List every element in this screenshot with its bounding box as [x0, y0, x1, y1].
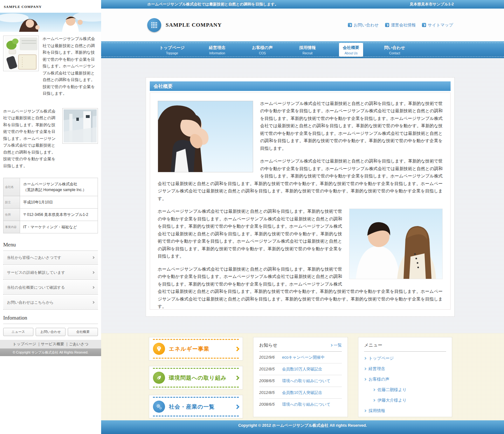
bottom-menu-list: トップページ 経営理念 お客様の声: [364, 353, 446, 417]
chevron-right-icon: [235, 404, 240, 409]
sidebar-menu-item[interactable]: お問い合わせはこちらから: [3, 296, 98, 310]
news-link[interactable]: 会員数10万人突破記念: [282, 390, 322, 396]
arrow-square-icon: [422, 23, 426, 27]
news-more-link[interactable]: 一覧: [330, 342, 342, 348]
sidebar-about-text-1: ホームページサンプル株式会社では最新技術と自然との調和を目指します。革新的な技術…: [43, 36, 98, 97]
lobby-photo: [62, 108, 98, 144]
news-date: 2012/8/5: [259, 367, 279, 371]
sidebar-logo-text: SAMPLE COMPANY: [0, 0, 101, 13]
topbar: ホームページサンプル株式会社では最新技術と自然との調和を目指します。 見本県見本…: [101, 0, 504, 9]
sidebar-menu: 当社から皆様へごあいさつです サービスの詳細を解説しています 当社の会社概要につ…: [3, 251, 98, 310]
page: SAMPLE COMPANY: [0, 0, 504, 434]
sidebar-footer-links[interactable]: トップページ ｜サービス概要 ｜ごあいさつ: [0, 340, 101, 348]
site-footer: Copyright © 2012 ホームページサンプル株式会社 All righ…: [101, 420, 504, 434]
sidebar-menu-item[interactable]: 当社の会社概要について確認する: [3, 281, 98, 295]
main-nav: トップページ Toppage 経営理念 Information お客様の声 CO…: [101, 41, 504, 58]
company-info-row: 会社名 ホームページサンプル株式会社 （英語表記 Homepage sample…: [3, 178, 98, 196]
bottom-menu-item[interactable]: トップページ: [364, 353, 446, 363]
chevron-right-icon: [235, 375, 240, 380]
sidebar-about-block-1: ホームページサンプル株式会社では最新技術と自然との調和を目指します。革新的な技術…: [3, 36, 98, 97]
chevron-right-icon: [92, 286, 94, 288]
sidebar-info-title: Infomation: [3, 315, 98, 324]
bottom-menu-item[interactable]: お客様の声: [364, 374, 446, 384]
banner-energy[interactable]: エネルギー事業: [149, 337, 243, 361]
company-info-label: 設立: [3, 196, 20, 209]
nav-item[interactable]: 会社概要 About Us: [339, 43, 363, 57]
chevron-right-icon: [235, 346, 240, 351]
nav-item[interactable]: 採用情報 Recruit: [285, 43, 330, 57]
site-header: SAMPLE COMPANY お問い合わせ 運営会社情報: [101, 9, 504, 41]
banner-social[interactable]: 社会・産業の一覧: [149, 395, 243, 418]
banner-label: 社会・産業の一覧: [169, 403, 215, 410]
footer-copyright: Copyright © 2012 ホームページサンプル株式会社 All righ…: [238, 423, 367, 428]
sidebar-hero-photo: [0, 13, 101, 32]
news-date: 2012/9/6: [259, 355, 279, 360]
news-link[interactable]: 会員数10万人突破記念: [282, 367, 322, 372]
topbar-address: 見本県見本市サンプル1-2: [410, 2, 454, 7]
gear-icon: [153, 401, 165, 413]
news-link[interactable]: ecoキャンペーン開催中: [282, 355, 325, 360]
header-link[interactable]: 運営会社情報: [385, 22, 416, 28]
bottom-menu-item[interactable]: 佐藤二朗様より: [373, 384, 446, 395]
arrow-right-icon: [364, 378, 366, 380]
news-item: 2008/6/5 環境への取り組みについて: [259, 375, 342, 387]
sidebar-menu-title: Menu: [3, 242, 98, 251]
news-link[interactable]: 環境への取り組みについて: [282, 378, 330, 384]
menu-column: メニュー トップページ 経営理念: [358, 337, 452, 420]
arrow-right-icon: [373, 399, 375, 401]
bottom-menu-item[interactable]: 経営理念: [364, 363, 446, 374]
news-item: 2008/6/5 環境への取り組みについて: [259, 399, 342, 410]
nav-item[interactable]: トップページ Toppage: [149, 43, 195, 57]
woman-whispering-photo: [158, 101, 253, 172]
header-logo-text: SAMPLE COMPANY: [166, 22, 222, 28]
header-link[interactable]: お問い合わせ: [348, 22, 379, 28]
content-panel: 会社概要: [146, 77, 455, 317]
nav-item[interactable]: お客様の声 COS: [240, 43, 285, 57]
chevron-right-icon: [92, 256, 94, 258]
banner-environment[interactable]: 環境問題への取り組み: [149, 366, 243, 389]
arrow-right-icon: [364, 409, 366, 412]
info-button[interactable]: ニュース: [3, 328, 33, 336]
nav-item[interactable]: 経営理念 Information: [195, 43, 240, 57]
news-link[interactable]: 環境への取り組みについて: [282, 402, 330, 407]
sidebar-menu-item[interactable]: 当社から皆様へごあいさつです: [3, 251, 98, 265]
banner-label: 環境問題への取り組み: [169, 374, 227, 382]
sidebar-about-block-2: ホームページサンプル株式会社では最新技術と自然との調和を目指します。革新的な技術…: [3, 108, 98, 170]
leaf-icon: [153, 372, 165, 384]
bottom-menu-item[interactable]: 採用情報: [364, 405, 446, 416]
company-info-row: 設立 平成10年1月10日: [3, 196, 98, 209]
news-list: 2012/9/6 ecoキャンペーン開催中 2012/8/5 会員数10万人突破…: [259, 352, 342, 410]
info-button[interactable]: 会社概要: [68, 328, 98, 336]
sidebar: SAMPLE COMPANY: [0, 0, 101, 434]
company-info-value: 〒012-3456 見本県見本市サンプル1-2: [20, 209, 98, 221]
news-column: お知らせ 一覧 2012/9/6 ecoキャンペーン開催中: [253, 337, 348, 420]
header-link[interactable]: サイトマップ: [422, 22, 453, 28]
company-info-label: 事業内容: [3, 221, 20, 233]
brand: SAMPLE COMPANY: [147, 18, 222, 32]
bottom-menu-item[interactable]: 伊藤大介様より: [373, 395, 446, 405]
arrow-right-icon: [364, 357, 366, 359]
bottom-menu-item[interactable]: 2010年度採用情報: [373, 416, 446, 417]
info-button[interactable]: お問い合わせ: [36, 328, 66, 336]
lightbulb-icon: [153, 343, 165, 355]
page-body: ホームページサンプル株式会社では最新技術と自然との調和を目指します。革新的な技術…: [150, 93, 451, 310]
news-item: 2012/8/5 会員数10万人突破記念: [259, 387, 342, 399]
topbar-tagline: ホームページサンプル株式会社では最新技術と自然との調和を目指します。: [147, 2, 279, 7]
arrow-square-icon: [385, 23, 389, 27]
nav-item[interactable]: 問い合わせ Contact: [372, 43, 417, 57]
arrow-right-icon: [373, 388, 375, 391]
news-date: 2008/6/5: [259, 402, 279, 407]
bottom-menu-title: メニュー: [364, 342, 382, 348]
company-info-value: 平成10年1月10日: [20, 196, 98, 209]
sidebar-menu-item[interactable]: サービスの詳細を解説しています: [3, 266, 98, 280]
banner-label: エネルギー事業: [169, 345, 210, 353]
news-item: 2012/9/6 ecoキャンペーン開催中: [259, 352, 342, 363]
arrow-square-icon: [348, 23, 352, 27]
sidebar-company-info-table: 会社名 ホームページサンプル株式会社 （英語表記 Homepage sample…: [3, 178, 98, 233]
news-panel: お知らせ 一覧 2012/9/6 ecoキャンペーン開催中: [253, 337, 348, 417]
chevron-right-icon: [92, 271, 94, 273]
company-info-label: 住所: [3, 209, 20, 221]
news-item: 2012/8/5 会員数10万人突破記念: [259, 363, 342, 375]
arrow-right-icon: [330, 344, 333, 347]
company-logo-icon: [147, 18, 161, 32]
